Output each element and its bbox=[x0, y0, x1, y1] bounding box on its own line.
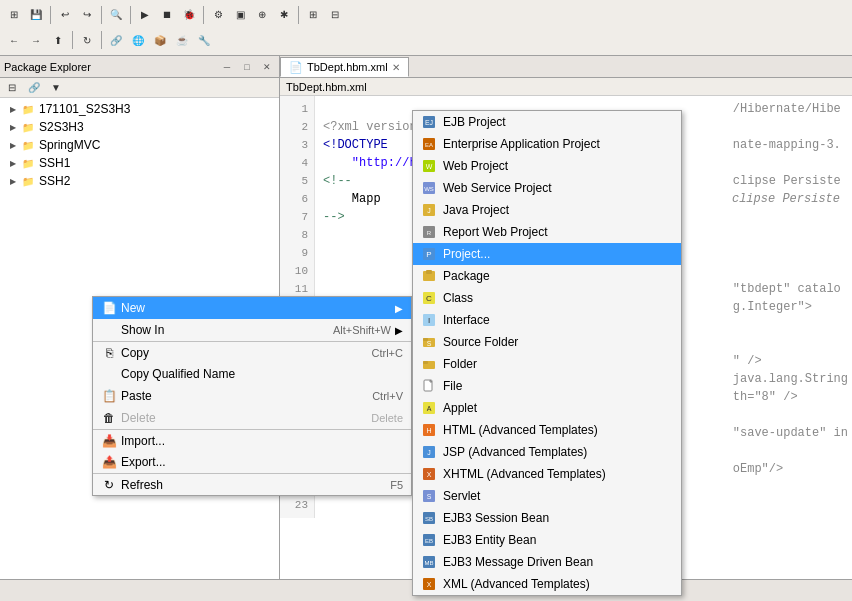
toolbar-btn-plugin[interactable]: ✱ bbox=[274, 5, 294, 25]
panel-collapse-all-btn[interactable]: ⊟ bbox=[2, 78, 22, 98]
toolbar-btn-up[interactable]: ⬆ bbox=[48, 30, 68, 50]
submenu-item-ejb3-entity[interactable]: EB EJB3 Entity Bean bbox=[413, 529, 681, 551]
menu-shortcut-copy: Ctrl+C bbox=[372, 347, 403, 359]
tree-item-ssh2[interactable]: ▶ 📁 SSH2 bbox=[0, 172, 279, 190]
menu-item-refresh[interactable]: ↻ Refresh F5 bbox=[93, 473, 411, 495]
toolbar-btn-search[interactable]: 🔍 bbox=[106, 5, 126, 25]
submenu-label-report-project: Report Web Project bbox=[443, 225, 548, 239]
toolbar-btn-tools[interactable]: 🔧 bbox=[194, 30, 214, 50]
toolbar-sep-4 bbox=[203, 6, 204, 24]
menu-item-delete[interactable]: 🗑 Delete Delete bbox=[93, 407, 411, 429]
submenu-item-xhtml[interactable]: X XHTML (Advanced Templates) bbox=[413, 463, 681, 485]
tree-item-springmvc[interactable]: ▶ 📁 SpringMVC bbox=[0, 136, 279, 154]
submenu-item-package[interactable]: Package bbox=[413, 265, 681, 287]
submenu-item-interface[interactable]: I Interface bbox=[413, 309, 681, 331]
submenu-label-web-project: Web Project bbox=[443, 159, 508, 173]
tree-toggle-springmvc[interactable]: ▶ bbox=[8, 140, 18, 150]
menu-item-new[interactable]: 📄 New ▶ bbox=[93, 297, 411, 319]
tree-label-s2s3h3: S2S3H3 bbox=[39, 120, 84, 134]
tree-item-s2s3h3[interactable]: ▶ 📁 S2S3H3 bbox=[0, 118, 279, 136]
submenu-label-java-project: Java Project bbox=[443, 203, 509, 217]
submenu-item-folder[interactable]: Folder bbox=[413, 353, 681, 375]
menu-item-paste[interactable]: 📋 Paste Ctrl+V bbox=[93, 385, 411, 407]
menu-item-copy-qualified[interactable]: Copy Qualified Name bbox=[93, 363, 411, 385]
tab-icon: 📄 bbox=[289, 61, 303, 74]
svg-text:EA: EA bbox=[425, 142, 433, 148]
toolbar-btn-debug[interactable]: 🐞 bbox=[179, 5, 199, 25]
toolbar-btn-save[interactable]: 💾 bbox=[26, 5, 46, 25]
toolbar-btn-run[interactable]: ▶ bbox=[135, 5, 155, 25]
tree-toggle-s2s3h3[interactable]: ▶ bbox=[8, 122, 18, 132]
submenu-item-html[interactable]: H HTML (Advanced Templates) bbox=[413, 419, 681, 441]
submenu-item-applet[interactable]: A Applet bbox=[413, 397, 681, 419]
editor-tab-tbdept[interactable]: 📄 TbDept.hbm.xml ✕ bbox=[280, 57, 409, 77]
menu-label-paste: Paste bbox=[121, 389, 352, 403]
submenu-item-ejb3-mdb[interactable]: MB EJB3 Message Driven Bean bbox=[413, 551, 681, 573]
submenu-item-report-project[interactable]: R Report Web Project bbox=[413, 221, 681, 243]
tree-item-171101[interactable]: ▶ 📁 171101_S2S3H3 bbox=[0, 100, 279, 118]
submenu-item-project[interactable]: P Project... bbox=[413, 243, 681, 265]
panel-maximize-icon[interactable]: □ bbox=[239, 59, 255, 75]
toolbar-btn-window[interactable]: ⊞ bbox=[303, 5, 323, 25]
xhtml-icon: X bbox=[421, 466, 437, 482]
submenu-item-ear-project[interactable]: EA Enterprise Application Project bbox=[413, 133, 681, 155]
panel-close-icon[interactable]: ✕ bbox=[259, 59, 275, 75]
toolbar-btn-java[interactable]: ☕ bbox=[172, 30, 192, 50]
toolbar-btn-refresh[interactable]: ↻ bbox=[77, 30, 97, 50]
submenu-item-ws-project[interactable]: WS Web Service Project bbox=[413, 177, 681, 199]
tab-close-btn[interactable]: ✕ bbox=[392, 62, 400, 73]
menu-item-export[interactable]: 📤 Export... bbox=[93, 451, 411, 473]
svg-rect-24 bbox=[423, 361, 428, 364]
submenu-item-jsp[interactable]: J JSP (Advanced Templates) bbox=[413, 441, 681, 463]
toolbar-btn-new[interactable]: ⊞ bbox=[4, 5, 24, 25]
tree-label-ssh1: SSH1 bbox=[39, 156, 70, 170]
toolbar-btn-forward[interactable]: → bbox=[26, 30, 46, 50]
tree-item-ssh1[interactable]: ▶ 📁 SSH1 bbox=[0, 154, 279, 172]
menu-item-show-in[interactable]: Show In Alt+Shift+W ▶ bbox=[93, 319, 411, 341]
panel-minimize-icon[interactable]: ─ bbox=[219, 59, 235, 75]
toolbar-btn-settings[interactable]: ⚙ bbox=[208, 5, 228, 25]
menu-item-copy[interactable]: ⎘ Copy Ctrl+C bbox=[93, 341, 411, 363]
svg-text:EB: EB bbox=[425, 538, 433, 544]
submenu-item-ejb-project[interactable]: EJ EJB Project bbox=[413, 111, 681, 133]
toolbar-sep-1 bbox=[50, 6, 51, 24]
toolbar-btn-link[interactable]: 🔗 bbox=[106, 30, 126, 50]
toolbar-btn-stop[interactable]: ⏹ bbox=[157, 5, 177, 25]
submenu-item-servlet[interactable]: S Servlet bbox=[413, 485, 681, 507]
svg-text:MB: MB bbox=[425, 560, 434, 566]
menu-label-new: New bbox=[121, 301, 391, 315]
svg-text:EJ: EJ bbox=[425, 119, 433, 126]
tree-toggle-ssh1[interactable]: ▶ bbox=[8, 158, 18, 168]
toolbar-btn-undo[interactable]: ↩ bbox=[55, 5, 75, 25]
toolbar-btn-back[interactable]: ← bbox=[4, 30, 24, 50]
toolbar-btn-grid[interactable]: ⊕ bbox=[252, 5, 272, 25]
submenu-item-web-project[interactable]: W Web Project bbox=[413, 155, 681, 177]
toolbar-btn-package[interactable]: 📦 bbox=[150, 30, 170, 50]
panel-menu-btn[interactable]: ▼ bbox=[46, 78, 66, 98]
svg-text:X: X bbox=[427, 581, 432, 588]
submenu-item-class[interactable]: C Class bbox=[413, 287, 681, 309]
tree-toggle-ssh2[interactable]: ▶ bbox=[8, 176, 18, 186]
submenu-label-applet: Applet bbox=[443, 401, 477, 415]
menu-item-import[interactable]: 📥 Import... bbox=[93, 429, 411, 451]
tree-toggle-171101[interactable]: ▶ bbox=[8, 104, 18, 114]
menu-label-show-in: Show In bbox=[121, 323, 313, 337]
submenu-item-xml[interactable]: X XML (Advanced Templates) bbox=[413, 573, 681, 595]
toolbar-btn-close-win[interactable]: ⊟ bbox=[325, 5, 345, 25]
new-submenu: EJ EJB Project EA Enterprise Application… bbox=[412, 110, 682, 596]
submenu-item-file[interactable]: File bbox=[413, 375, 681, 397]
submenu-item-java-project[interactable]: J Java Project bbox=[413, 199, 681, 221]
submenu-item-ejb3-session[interactable]: SB EJB3 Session Bean bbox=[413, 507, 681, 529]
ejb3-entity-icon: EB bbox=[421, 532, 437, 548]
svg-text:SB: SB bbox=[425, 516, 433, 522]
svg-text:S: S bbox=[427, 340, 432, 347]
toolbar-btn-redo[interactable]: ↪ bbox=[77, 5, 97, 25]
submenu-label-project: Project... bbox=[443, 247, 490, 261]
toolbar-btn-palette[interactable]: ▣ bbox=[230, 5, 250, 25]
menu-arrow-new: ▶ bbox=[395, 303, 403, 314]
toolbar-btn-browser[interactable]: 🌐 bbox=[128, 30, 148, 50]
panel-link-btn[interactable]: 🔗 bbox=[24, 78, 44, 98]
paste-icon: 📋 bbox=[101, 388, 117, 404]
submenu-item-source-folder[interactable]: S Source Folder bbox=[413, 331, 681, 353]
xml-icon: X bbox=[421, 576, 437, 592]
